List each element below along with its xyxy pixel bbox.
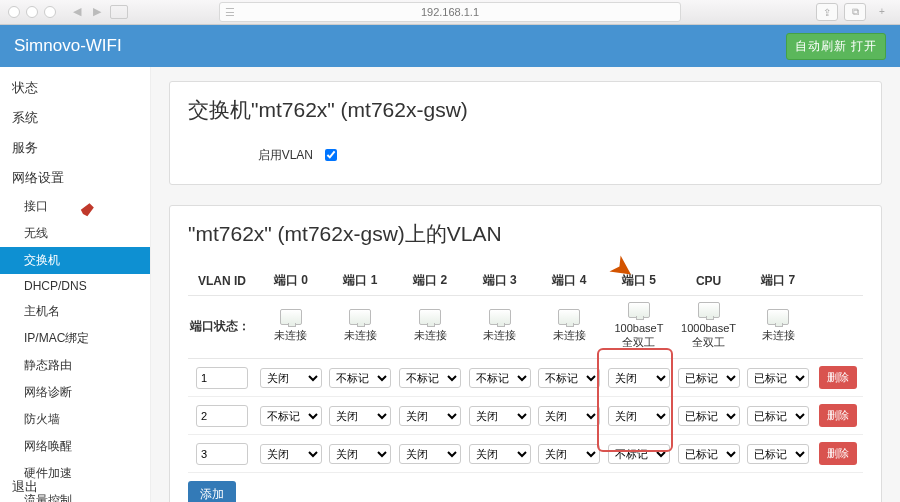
ethernet-port-icon — [489, 309, 511, 325]
vlan-panel: "mt762x" (mt762x-gsw)上的VLAN VLAN ID 端口 0… — [169, 205, 882, 502]
ethernet-port-icon — [280, 309, 302, 325]
ethernet-port-icon — [558, 309, 580, 325]
th-port-0: 端口 0 — [256, 266, 326, 296]
port-status-row: 端口状态： 未连接 未连接 未连接 未连接 未连接 100baseT 全双工 1… — [188, 296, 863, 359]
ethernet-port-icon — [698, 302, 720, 318]
port0-select[interactable]: 关闭 — [260, 444, 322, 464]
delete-row-button[interactable]: 删除 — [819, 442, 857, 465]
minimize-window-icon[interactable] — [26, 6, 38, 18]
sidebar-sub-static-route[interactable]: 静态路由 — [0, 352, 150, 379]
enable-vlan-label: 启用VLAN — [188, 147, 321, 164]
port1-select[interactable]: 关闭 — [329, 444, 391, 464]
port0-select[interactable]: 关闭 — [260, 368, 322, 388]
port1-select[interactable]: 关闭 — [329, 406, 391, 426]
delete-row-button[interactable]: 删除 — [819, 366, 857, 389]
port4-select[interactable]: 关闭 — [538, 444, 600, 464]
port7-select[interactable]: 已标记 — [747, 444, 809, 464]
port-status-label: 端口状态： — [188, 296, 256, 359]
ethernet-port-icon — [628, 302, 650, 318]
port3-select[interactable]: 关闭 — [469, 444, 531, 464]
content-area: 交换机"mt762x" (mt762x-gsw) 启用VLAN "mt762x"… — [151, 67, 900, 502]
port-status-4: 未连接 — [553, 329, 586, 341]
sidebar-sub-diagnostics[interactable]: 网络诊断 — [0, 379, 150, 406]
sidebar-sub-hostname[interactable]: 主机名 — [0, 298, 150, 325]
vlan-row: 关闭 关闭 关闭 关闭 关闭 不标记 已标记 已标记 删除 — [188, 435, 863, 473]
port5-select[interactable]: 关闭 — [608, 368, 670, 388]
th-port-2: 端口 2 — [395, 266, 465, 296]
brand-title: Simnovo-WIFI — [14, 36, 122, 56]
share-icon[interactable]: ⇪ — [816, 3, 838, 21]
logout-link[interactable]: 退出 — [12, 478, 38, 496]
sidebar-sub-firewall[interactable]: 防火墙 — [0, 406, 150, 433]
vlan-id-input[interactable] — [196, 443, 248, 465]
forward-icon[interactable]: ▶ — [90, 5, 104, 19]
port3-select[interactable]: 不标记 — [469, 368, 531, 388]
port-status-5: 100baseT 全双工 — [614, 322, 663, 348]
zoom-window-icon[interactable] — [44, 6, 56, 18]
sidebar-item-services[interactable]: 服务 — [0, 133, 150, 163]
auto-refresh-button[interactable]: 自动刷新 打开 — [786, 33, 886, 60]
sidebar-item-status[interactable]: 状态 — [0, 73, 150, 103]
sidebar-toggle-icon[interactable] — [110, 5, 128, 19]
new-tab-icon[interactable]: + — [872, 3, 892, 19]
port0-select[interactable]: 不标记 — [260, 406, 322, 426]
browser-chrome: ◀ ▶ ☰ 192.168.1.1 ⇪ ⧉ + — [0, 0, 900, 25]
back-icon[interactable]: ◀ — [70, 5, 84, 19]
url-text: 192.168.1.1 — [421, 6, 479, 18]
port-status-7: 未连接 — [762, 329, 795, 341]
th-vlan-id: VLAN ID — [188, 266, 256, 296]
sidebar-item-network[interactable]: 网络设置 — [0, 163, 150, 193]
port-status-6: 1000baseT 全双工 — [681, 322, 736, 348]
ethernet-port-icon — [767, 309, 789, 325]
sidebar-sub-dhcpdns[interactable]: DHCP/DNS — [0, 274, 150, 298]
sidebar-sub-ipmac[interactable]: IP/MAC绑定 — [0, 325, 150, 352]
ethernet-port-icon — [419, 309, 441, 325]
switch-panel-title: 交换机"mt762x" (mt762x-gsw) — [188, 96, 863, 124]
port7-select[interactable]: 已标记 — [747, 406, 809, 426]
sidebar-item-system[interactable]: 系统 — [0, 103, 150, 133]
port2-select[interactable]: 关闭 — [399, 406, 461, 426]
vlan-row: 不标记 关闭 关闭 关闭 关闭 关闭 已标记 已标记 删除 — [188, 397, 863, 435]
port5-select[interactable]: 不标记 — [608, 444, 670, 464]
browser-right-icons: ⇪ ⧉ + — [816, 3, 892, 21]
enable-vlan-checkbox[interactable] — [325, 149, 337, 161]
vlan-id-input[interactable] — [196, 367, 248, 389]
add-row-button[interactable]: 添加 — [188, 481, 236, 502]
vlan-row: 关闭 不标记 不标记 不标记 不标记 关闭 已标记 已标记 删除 — [188, 359, 863, 397]
sidebar-sub-switch[interactable]: 交换机 — [0, 247, 150, 274]
browser-nav: ◀ ▶ — [70, 5, 128, 19]
tabs-icon[interactable]: ⧉ — [844, 3, 866, 21]
vlan-panel-title: "mt762x" (mt762x-gsw)上的VLAN — [188, 220, 863, 248]
th-port-4: 端口 4 — [535, 266, 605, 296]
cpu-select[interactable]: 已标记 — [678, 406, 740, 426]
sidebar-sub-wol[interactable]: 网络唤醒 — [0, 433, 150, 460]
port1-select[interactable]: 不标记 — [329, 368, 391, 388]
ethernet-port-icon — [349, 309, 371, 325]
th-port-3: 端口 3 — [465, 266, 535, 296]
vlan-table-header-row: VLAN ID 端口 0 端口 1 端口 2 端口 3 端口 4 端口 5 CP… — [188, 266, 863, 296]
sidebar-sub-interfaces[interactable]: 接口 — [0, 193, 150, 220]
port3-select[interactable]: 关闭 — [469, 406, 531, 426]
port-status-2: 未连接 — [414, 329, 447, 341]
sidebar-sub-wireless[interactable]: 无线 — [0, 220, 150, 247]
port4-select[interactable]: 不标记 — [538, 368, 600, 388]
vlan-id-input[interactable] — [196, 405, 248, 427]
cpu-select[interactable]: 已标记 — [678, 444, 740, 464]
port2-select[interactable]: 关闭 — [399, 444, 461, 464]
port4-select[interactable]: 关闭 — [538, 406, 600, 426]
port-status-0: 未连接 — [274, 329, 307, 341]
th-port-5: 端口 5 — [604, 266, 674, 296]
app-header: Simnovo-WIFI 自动刷新 打开 — [0, 25, 900, 67]
sidebar: 状态 系统 服务 网络设置 接口 无线 交换机 DHCP/DNS 主机名 IP/… — [0, 67, 151, 502]
vlan-table: VLAN ID 端口 0 端口 1 端口 2 端口 3 端口 4 端口 5 CP… — [188, 266, 863, 473]
close-window-icon[interactable] — [8, 6, 20, 18]
port5-select[interactable]: 关闭 — [608, 406, 670, 426]
port-status-1: 未连接 — [344, 329, 377, 341]
delete-row-button[interactable]: 删除 — [819, 404, 857, 427]
url-bar[interactable]: ☰ 192.168.1.1 — [219, 2, 681, 22]
port2-select[interactable]: 不标记 — [399, 368, 461, 388]
th-port-1: 端口 1 — [326, 266, 396, 296]
port-status-3: 未连接 — [483, 329, 516, 341]
port7-select[interactable]: 已标记 — [747, 368, 809, 388]
cpu-select[interactable]: 已标记 — [678, 368, 740, 388]
